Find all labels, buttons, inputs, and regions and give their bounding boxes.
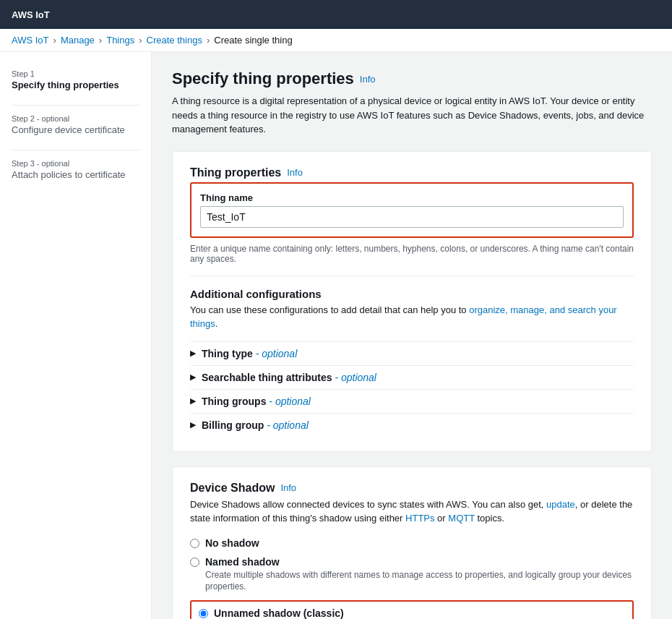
breadcrumb-current: Create single thing: [214, 35, 292, 46]
device-shadow-card: Device Shadow Info Device Shadows allow …: [172, 466, 652, 620]
additional-config-link[interactable]: organize, manage, and search your things: [190, 304, 617, 330]
radio-named-shadow: Named shadow Create multiple shadows wit…: [190, 556, 634, 594]
billing-group-label: Billing group - optional: [202, 419, 309, 431]
step-divider-1: [12, 105, 139, 106]
radio-unnamed-shadow-content: Unnamed shadow (classic) A thing can hav…: [214, 607, 386, 619]
thing-name-hint: Enter a unique name containing only: let…: [190, 244, 634, 264]
step-3-label: Step 3 - optional: [12, 159, 139, 168]
breadcrumb-aws-iot[interactable]: AWS IoT: [12, 35, 49, 46]
radio-no-shadow-label[interactable]: No shadow: [205, 537, 259, 549]
step-2-label: Step 2 - optional: [12, 114, 139, 123]
collapsible-thing-groups[interactable]: ▶ Thing groups - optional: [190, 389, 634, 413]
sidebar: Step 1 Specify thing properties Step 2 -…: [0, 52, 152, 619]
device-shadow-update-link[interactable]: update: [546, 499, 575, 510]
radio-unnamed-shadow-input[interactable]: [199, 609, 208, 618]
breadcrumb: AWS IoT › Manage › Things › Create thing…: [0, 29, 672, 52]
step-3-title: Attach policies to certificate: [12, 169, 139, 180]
thing-groups-label: Thing groups - optional: [202, 396, 311, 407]
thing-properties-info-link[interactable]: Info: [287, 167, 303, 178]
device-shadow-title-text: Device Shadow: [190, 482, 275, 495]
radio-no-shadow-content: No shadow: [205, 537, 259, 549]
chevron-right-icon-4: ▶: [190, 420, 196, 430]
device-shadow-https-link[interactable]: HTTPs: [405, 513, 434, 524]
radio-named-shadow-desc: Create multiple shadows with different n…: [205, 569, 634, 594]
chevron-right-icon-1: ▶: [190, 349, 196, 358]
breadcrumb-manage[interactable]: Manage: [61, 35, 95, 46]
brand-logo: AWS IoT: [12, 9, 50, 20]
searchable-attributes-optional: - optional: [335, 372, 376, 383]
page-info-link[interactable]: Info: [360, 74, 376, 85]
device-shadow-description: Device Shadows allow connected devices t…: [190, 498, 634, 526]
breadcrumb-sep-4: ›: [207, 35, 210, 46]
collapsible-thing-type[interactable]: ▶ Thing type - optional: [190, 341, 634, 365]
thing-name-input[interactable]: [200, 206, 624, 228]
thing-type-label: Thing type - optional: [202, 348, 297, 359]
device-shadow-title: Device Shadow Info: [190, 482, 634, 495]
step-1-label: Step 1: [12, 69, 139, 78]
sidebar-step-3: Step 3 - optional Attach policies to cer…: [12, 159, 139, 180]
thing-type-optional: - optional: [256, 348, 298, 359]
radio-unnamed-shadow: Unnamed shadow (classic) A thing can hav…: [190, 600, 634, 619]
content-area: Specify thing properties Info A thing re…: [152, 52, 672, 619]
top-nav: AWS IoT: [0, 0, 672, 29]
additional-config-title: Additional configurations: [190, 288, 634, 300]
step-divider-2: [12, 150, 139, 150]
page-title: Specify thing properties Info: [172, 69, 652, 88]
shadow-radio-group: No shadow Named shadow Create multiple s…: [190, 537, 634, 620]
breadcrumb-things[interactable]: Things: [106, 35, 134, 46]
breadcrumb-create-things[interactable]: Create things: [147, 35, 202, 46]
thing-properties-title: Thing properties Info: [190, 166, 634, 179]
breadcrumb-sep-2: ›: [99, 35, 102, 46]
sidebar-step-1: Step 1 Specify thing properties: [12, 69, 139, 90]
thing-groups-optional: - optional: [269, 396, 311, 407]
step-1-title: Specify thing properties: [12, 80, 139, 90]
thing-properties-title-text: Thing properties: [190, 166, 281, 179]
collapsible-searchable-attributes[interactable]: ▶ Searchable thing attributes - optional: [190, 365, 634, 389]
thing-properties-card: Thing properties Info Thing name Enter a…: [172, 151, 652, 452]
page-description: A thing resource is a digital representa…: [172, 94, 652, 137]
additional-config-desc: You can use these configurations to add …: [190, 303, 634, 331]
radio-named-shadow-input[interactable]: [190, 558, 199, 567]
breadcrumb-sep-3: ›: [139, 35, 142, 46]
radio-unnamed-shadow-label[interactable]: Unnamed shadow (classic): [214, 607, 344, 619]
radio-no-shadow: No shadow: [190, 537, 634, 549]
card-divider-1: [190, 276, 634, 276]
radio-named-shadow-content: Named shadow Create multiple shadows wit…: [205, 556, 634, 594]
step-2-title: Configure device certificate: [12, 124, 139, 135]
thing-name-label: Thing name: [200, 192, 624, 203]
breadcrumb-sep-1: ›: [53, 35, 56, 46]
chevron-right-icon-2: ▶: [190, 372, 196, 382]
main-layout: Step 1 Specify thing properties Step 2 -…: [0, 52, 672, 619]
device-shadow-info-link[interactable]: Info: [280, 482, 296, 493]
device-shadow-mqtt-link[interactable]: MQTT: [448, 513, 475, 524]
radio-no-shadow-input[interactable]: [190, 539, 199, 548]
searchable-attributes-label: Searchable thing attributes - optional: [202, 372, 376, 383]
page-title-text: Specify thing properties: [172, 69, 354, 88]
sidebar-step-2: Step 2 - optional Configure device certi…: [12, 114, 139, 135]
chevron-right-icon-3: ▶: [190, 396, 196, 406]
radio-named-shadow-label[interactable]: Named shadow: [205, 556, 280, 568]
thing-name-section: Thing name: [190, 182, 634, 238]
collapsible-billing-group[interactable]: ▶ Billing group - optional: [190, 413, 634, 437]
billing-group-optional: - optional: [267, 419, 309, 431]
